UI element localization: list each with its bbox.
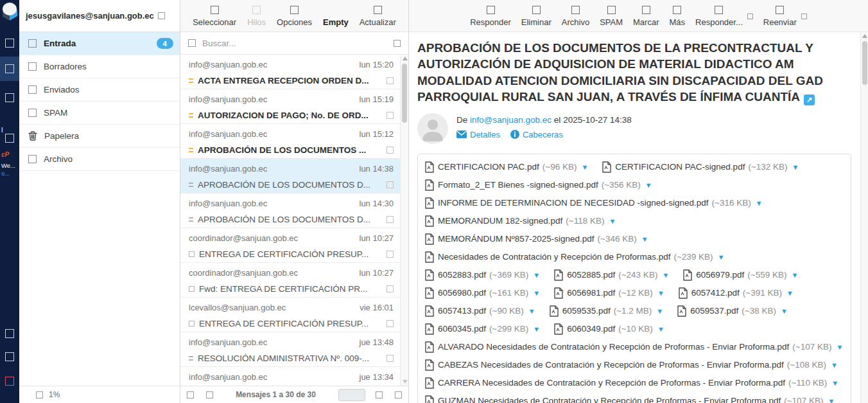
toolbar-button[interactable]: Opciones [277, 6, 312, 27]
attachment-dropdown-icon[interactable]: ▼ [828, 397, 835, 403]
toolbar-button[interactable]: Marcar [633, 6, 659, 27]
attachment-chip[interactable]: MEMORÁNDUM Nº857-2025-signed.pdf (~346 K… [425, 230, 648, 248]
account-header[interactable]: jesusgavilanes@sanjuan.gob.ec [19, 0, 180, 32]
attachment-dropdown-icon[interactable]: ▼ [718, 253, 725, 261]
attachment-dropdown-icon[interactable]: ▼ [581, 163, 588, 171]
message-list-item[interactable]: info@sanjuan.gob.ec lun 14:30 APROBACIÓN… [180, 193, 400, 228]
attachment-chip[interactable]: CARRERA Necesidades de Contratación y Re… [425, 374, 838, 392]
attachment-chip[interactable]: 6057412.pdf (~391 KB) ▼ [679, 284, 794, 302]
message-list-item[interactable]: coordinador@sanjuan.gob.ec lun 10:27 ENT… [180, 228, 400, 263]
attachment-chip[interactable]: CABEZAS Necesidades de Contratación y Re… [425, 356, 838, 374]
headers-link[interactable]: Cabeceras [510, 130, 563, 139]
attachment-chip[interactable]: 6059535.pdf (~1.2 MB) ▼ [550, 302, 664, 320]
attachment-chip[interactable]: 6060349.pdf (~10 KB) ▼ [554, 320, 664, 338]
attachment-dropdown-icon[interactable]: ▼ [657, 325, 664, 333]
attachment-dropdown-icon[interactable]: ▼ [786, 289, 794, 297]
attachment-dropdown-icon[interactable]: ▼ [756, 199, 763, 207]
search-bar[interactable] [180, 32, 408, 55]
rail-icon-logout[interactable] [5, 377, 14, 386]
message-list-item[interactable]: coordinador@sanjuan.gob.ec lun 10:27 Fwd… [180, 263, 400, 298]
scrollbar-down-arrow-icon[interactable] [403, 380, 408, 384]
folder-row[interactable]: Papelera [19, 125, 180, 148]
message-list-item[interactable]: info@sanjuan.gob.ec jue 13:34 [180, 367, 400, 386]
toolbar-button[interactable]: Responder... [695, 6, 743, 27]
search-icon[interactable] [188, 39, 196, 47]
attachment-chip[interactable]: 6056980.pdf (~161 KB) ▼ [425, 284, 540, 302]
attachment-dropdown-icon[interactable]: ▼ [609, 217, 616, 225]
attachment-dropdown-icon[interactable]: ▼ [662, 271, 669, 279]
attachment-dropdown-icon[interactable]: ▼ [533, 289, 540, 297]
attachment-chip[interactable]: CERTIFICACION PAC.pdf (~96 KB) ▼ [425, 158, 588, 176]
folder-row[interactable]: SPAM [19, 102, 180, 125]
details-link[interactable]: Detalles [456, 130, 500, 139]
first-page-icon[interactable] [187, 391, 194, 399]
flag-icon[interactable] [386, 216, 394, 223]
folder-row[interactable]: Entrada 4 [19, 32, 180, 55]
folder-row[interactable]: Enviados [19, 78, 180, 102]
attachment-chip[interactable]: CERTIFICACION PAC-signed.pdf (~132 KB) ▼ [602, 158, 799, 176]
attachment-chip[interactable]: 6060345.pdf (~299 KB) ▼ [425, 320, 540, 338]
flag-icon[interactable] [386, 320, 394, 327]
scrollbar-up-arrow-icon[interactable] [403, 57, 408, 60]
attachment-dropdown-icon[interactable]: ▼ [533, 271, 540, 279]
flag-icon[interactable] [386, 285, 394, 292]
account-dropdown-icon[interactable] [158, 12, 165, 19]
message-list-item[interactable]: info@sanjuan.gob.ec lun 15:12 APROBACIÓN… [180, 124, 400, 159]
attachment-dropdown-icon[interactable]: ▼ [792, 163, 799, 171]
folder-row[interactable]: Archivo [19, 148, 180, 171]
flag-icon[interactable] [386, 112, 394, 119]
attachment-chip[interactable]: GUZMAN Necesidades de Contratación y Rec… [425, 392, 835, 403]
toolbar-button[interactable]: Empty [323, 17, 349, 27]
toolbar-button[interactable]: Reenviar [763, 6, 797, 27]
scrollbar-thumb[interactable] [402, 64, 407, 123]
attachment-chip[interactable]: INFORME DE DETERMINACION DE NECESIDAD -s… [425, 194, 763, 212]
flag-icon[interactable] [386, 355, 394, 362]
open-in-new-window-icon[interactable]: ↗ [804, 94, 815, 105]
cpanel-logo-icon[interactable]: cP [1, 151, 9, 158]
page-number-input[interactable] [338, 389, 365, 401]
last-page-icon[interactable] [395, 391, 402, 399]
attachment-dropdown-icon[interactable]: ▼ [533, 325, 540, 333]
toolbar-button[interactable]: Actualizar [360, 6, 396, 27]
rail-icon-3[interactable] [5, 93, 14, 102]
toolbar-button[interactable]: SPAM [600, 6, 623, 27]
toolbar-button[interactable]: Archivo [562, 6, 589, 27]
folder-row[interactable]: Borradores [19, 55, 180, 78]
attachment-dropdown-icon[interactable]: ▼ [836, 343, 843, 351]
search-input[interactable] [202, 39, 387, 48]
dropdown-caret-icon[interactable] [801, 13, 807, 19]
flag-icon[interactable] [386, 251, 394, 258]
attachment-dropdown-icon[interactable]: ▼ [792, 271, 799, 279]
dropdown-caret-icon[interactable] [747, 13, 753, 19]
toolbar-button[interactable]: Seleccionar [193, 6, 236, 27]
rail-icon-4[interactable] [5, 134, 14, 143]
attachment-dropdown-icon[interactable]: ▼ [831, 361, 838, 369]
message-list-item[interactable]: info@sanjuan.gob.ec lun 15:19 AUTORIZACI… [180, 89, 400, 124]
attachment-dropdown-icon[interactable]: ▼ [645, 181, 652, 189]
scrollbar-up-arrow-icon[interactable] [862, 34, 867, 38]
attachment-chip[interactable]: 6056979.pdf (~559 KB) ▼ [683, 266, 798, 284]
message-list-item[interactable]: lcevallos@sanjuan.gob.ec vie 16:01 ENTRE… [180, 298, 400, 332]
flag-icon[interactable] [386, 77, 394, 84]
scrollbar-thumb[interactable] [862, 41, 867, 85]
search-options-icon[interactable] [394, 40, 401, 47]
rail-icon-5[interactable] [5, 329, 14, 338]
sender-email-link[interactable]: info@sanjuan.gob.ec [470, 115, 551, 125]
rail-icon-2-active[interactable] [5, 64, 14, 73]
attachment-dropdown-icon[interactable]: ▼ [528, 307, 535, 315]
attachment-chip[interactable]: 6059537.pdf (~38 KB) ▼ [677, 302, 788, 320]
attachment-chip[interactable]: 6052883.pdf (~369 KB) ▼ [425, 266, 540, 284]
attachment-chip[interactable]: MEMORANDUM 182-signed.pdf (~118 KB) ▼ [425, 212, 616, 230]
toolbar-button[interactable]: Responder [470, 6, 511, 27]
rail-icon-1[interactable] [5, 39, 14, 48]
next-page-icon[interactable] [376, 391, 383, 399]
toolbar-button[interactable]: Más [669, 6, 685, 27]
attachment-chip[interactable]: 6056981.pdf (~12 KB) ▼ [554, 284, 664, 302]
attachment-dropdown-icon[interactable]: ▼ [781, 307, 788, 315]
attachment-dropdown-icon[interactable]: ▼ [831, 379, 838, 387]
attachment-dropdown-icon[interactable]: ▼ [641, 235, 648, 243]
attachment-chip[interactable]: 6057413.pdf (~90 KB) ▼ [425, 302, 535, 320]
reading-scrollbar[interactable] [860, 32, 868, 403]
flag-icon[interactable] [386, 181, 394, 188]
prev-page-icon[interactable] [206, 391, 213, 399]
